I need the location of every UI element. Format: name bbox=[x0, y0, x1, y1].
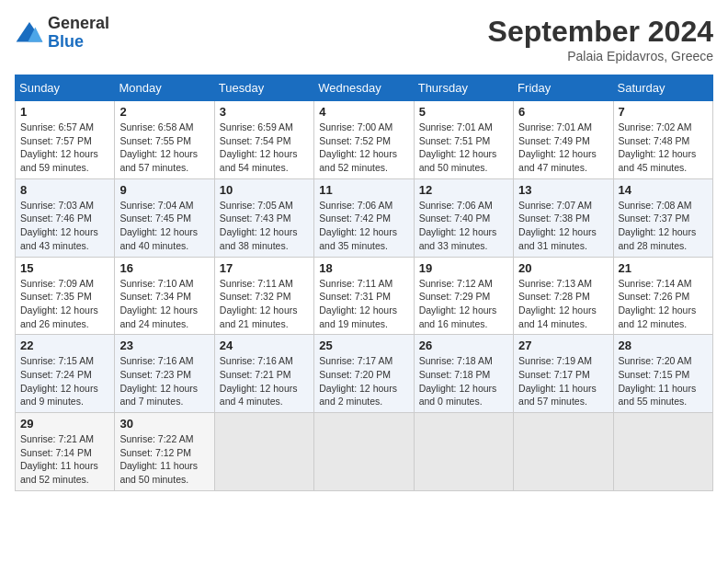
calendar-cell: 6 Sunrise: 7:01 AM Sunset: 7:49 PM Dayli… bbox=[514, 101, 613, 179]
calendar-cell: 27 Sunrise: 7:19 AM Sunset: 7:17 PM Dayl… bbox=[514, 335, 613, 413]
calendar-week-row: 8 Sunrise: 7:03 AM Sunset: 7:46 PM Dayli… bbox=[16, 178, 713, 257]
calendar-cell: 11 Sunrise: 7:06 AM Sunset: 7:42 PM Dayl… bbox=[314, 178, 414, 257]
day-number: 21 bbox=[619, 261, 708, 275]
day-info: Sunrise: 7:12 AM Sunset: 7:29 PM Dayligh… bbox=[419, 277, 508, 331]
day-number: 28 bbox=[619, 339, 708, 352]
day-number: 4 bbox=[319, 105, 408, 119]
calendar-cell: 29 Sunrise: 7:21 AM Sunset: 7:14 PM Dayl… bbox=[16, 413, 115, 491]
day-number: 6 bbox=[518, 105, 608, 119]
calendar-cell: 8 Sunrise: 7:03 AM Sunset: 7:46 PM Dayli… bbox=[16, 178, 115, 257]
calendar-cell: 1 Sunrise: 6:57 AM Sunset: 7:57 PM Dayli… bbox=[16, 101, 115, 179]
day-number: 20 bbox=[518, 261, 608, 275]
calendar-cell: 28 Sunrise: 7:20 AM Sunset: 7:15 PM Dayl… bbox=[613, 335, 712, 413]
calendar-cell: 18 Sunrise: 7:11 AM Sunset: 7:31 PM Dayl… bbox=[314, 257, 414, 335]
day-info: Sunrise: 7:17 AM Sunset: 7:20 PM Dayligh… bbox=[319, 354, 408, 408]
day-info: Sunrise: 6:59 AM Sunset: 7:54 PM Dayligh… bbox=[220, 121, 309, 175]
day-info: Sunrise: 7:09 AM Sunset: 7:35 PM Dayligh… bbox=[20, 277, 109, 331]
col-monday: Monday bbox=[115, 75, 214, 101]
day-number: 12 bbox=[419, 183, 508, 197]
location-subtitle: Palaia Epidavros, Greece bbox=[488, 49, 713, 63]
day-info: Sunrise: 7:08 AM Sunset: 7:37 PM Dayligh… bbox=[619, 199, 708, 253]
day-number: 3 bbox=[220, 105, 309, 119]
logo-text: General Blue bbox=[48, 15, 109, 52]
calendar-cell: 17 Sunrise: 7:11 AM Sunset: 7:32 PM Dayl… bbox=[214, 257, 313, 335]
col-wednesday: Wednesday bbox=[314, 75, 414, 101]
calendar-week-row: 29 Sunrise: 7:21 AM Sunset: 7:14 PM Dayl… bbox=[16, 413, 713, 491]
calendar-cell bbox=[514, 413, 613, 491]
calendar-cell: 2 Sunrise: 6:58 AM Sunset: 7:55 PM Dayli… bbox=[115, 101, 214, 179]
day-info: Sunrise: 7:13 AM Sunset: 7:28 PM Dayligh… bbox=[518, 277, 608, 331]
day-info: Sunrise: 7:15 AM Sunset: 7:24 PM Dayligh… bbox=[20, 354, 109, 408]
calendar-cell bbox=[414, 413, 513, 491]
day-number: 14 bbox=[619, 183, 708, 197]
calendar-cell: 12 Sunrise: 7:06 AM Sunset: 7:40 PM Dayl… bbox=[414, 178, 513, 257]
day-info: Sunrise: 7:18 AM Sunset: 7:18 PM Dayligh… bbox=[419, 354, 508, 408]
day-number: 19 bbox=[419, 261, 508, 275]
col-sunday: Sunday bbox=[16, 75, 115, 101]
day-info: Sunrise: 7:01 AM Sunset: 7:51 PM Dayligh… bbox=[419, 121, 508, 175]
day-number: 23 bbox=[119, 339, 209, 352]
day-number: 16 bbox=[119, 261, 209, 275]
calendar-cell: 9 Sunrise: 7:04 AM Sunset: 7:45 PM Dayli… bbox=[115, 178, 214, 257]
day-info: Sunrise: 7:05 AM Sunset: 7:43 PM Dayligh… bbox=[220, 199, 309, 253]
day-info: Sunrise: 7:01 AM Sunset: 7:49 PM Dayligh… bbox=[518, 121, 608, 175]
calendar-cell: 3 Sunrise: 6:59 AM Sunset: 7:54 PM Dayli… bbox=[214, 101, 313, 179]
calendar-cell: 10 Sunrise: 7:05 AM Sunset: 7:43 PM Dayl… bbox=[214, 178, 313, 257]
calendar-cell: 24 Sunrise: 7:16 AM Sunset: 7:21 PM Dayl… bbox=[214, 335, 313, 413]
calendar-week-row: 22 Sunrise: 7:15 AM Sunset: 7:24 PM Dayl… bbox=[16, 335, 713, 413]
day-number: 18 bbox=[319, 261, 408, 275]
calendar-cell: 26 Sunrise: 7:18 AM Sunset: 7:18 PM Dayl… bbox=[414, 335, 513, 413]
day-info: Sunrise: 6:58 AM Sunset: 7:55 PM Dayligh… bbox=[119, 121, 209, 175]
calendar-cell: 4 Sunrise: 7:00 AM Sunset: 7:52 PM Dayli… bbox=[314, 101, 414, 179]
calendar-cell: 7 Sunrise: 7:02 AM Sunset: 7:48 PM Dayli… bbox=[613, 101, 712, 179]
calendar-week-row: 1 Sunrise: 6:57 AM Sunset: 7:57 PM Dayli… bbox=[16, 101, 713, 179]
calendar-week-row: 15 Sunrise: 7:09 AM Sunset: 7:35 PM Dayl… bbox=[16, 257, 713, 335]
calendar-cell: 21 Sunrise: 7:14 AM Sunset: 7:26 PM Dayl… bbox=[613, 257, 712, 335]
day-number: 25 bbox=[319, 339, 408, 352]
day-info: Sunrise: 7:04 AM Sunset: 7:45 PM Dayligh… bbox=[119, 199, 209, 253]
day-number: 11 bbox=[319, 183, 408, 197]
day-info: Sunrise: 7:20 AM Sunset: 7:15 PM Dayligh… bbox=[619, 354, 708, 408]
day-info: Sunrise: 7:14 AM Sunset: 7:26 PM Dayligh… bbox=[619, 277, 708, 331]
day-info: Sunrise: 7:16 AM Sunset: 7:23 PM Dayligh… bbox=[119, 354, 209, 408]
calendar-cell: 13 Sunrise: 7:07 AM Sunset: 7:38 PM Dayl… bbox=[514, 178, 613, 257]
day-info: Sunrise: 7:03 AM Sunset: 7:46 PM Dayligh… bbox=[20, 199, 109, 253]
calendar-cell: 15 Sunrise: 7:09 AM Sunset: 7:35 PM Dayl… bbox=[16, 257, 115, 335]
title-area: September 2024 Palaia Epidavros, Greece bbox=[488, 15, 713, 63]
col-saturday: Saturday bbox=[613, 75, 712, 101]
day-number: 8 bbox=[20, 183, 109, 197]
calendar-cell: 14 Sunrise: 7:08 AM Sunset: 7:37 PM Dayl… bbox=[613, 178, 712, 257]
calendar-cell: 23 Sunrise: 7:16 AM Sunset: 7:23 PM Dayl… bbox=[115, 335, 214, 413]
calendar-cell bbox=[613, 413, 712, 491]
col-tuesday: Tuesday bbox=[214, 75, 313, 101]
day-number: 17 bbox=[220, 261, 309, 275]
calendar-cell: 5 Sunrise: 7:01 AM Sunset: 7:51 PM Dayli… bbox=[414, 101, 513, 179]
col-friday: Friday bbox=[514, 75, 613, 101]
day-number: 7 bbox=[619, 105, 708, 119]
day-number: 30 bbox=[119, 417, 209, 431]
day-info: Sunrise: 7:21 AM Sunset: 7:14 PM Dayligh… bbox=[20, 432, 109, 487]
day-info: Sunrise: 7:06 AM Sunset: 7:40 PM Dayligh… bbox=[419, 199, 508, 253]
calendar-cell: 25 Sunrise: 7:17 AM Sunset: 7:20 PM Dayl… bbox=[314, 335, 414, 413]
day-number: 9 bbox=[119, 183, 209, 197]
calendar-table: Sunday Monday Tuesday Wednesday Thursday… bbox=[15, 75, 713, 491]
day-info: Sunrise: 7:02 AM Sunset: 7:48 PM Dayligh… bbox=[619, 121, 708, 175]
day-number: 10 bbox=[220, 183, 309, 197]
calendar-cell: 22 Sunrise: 7:15 AM Sunset: 7:24 PM Dayl… bbox=[16, 335, 115, 413]
day-number: 26 bbox=[419, 339, 508, 352]
logo-general: General bbox=[48, 14, 109, 32]
calendar-cell: 20 Sunrise: 7:13 AM Sunset: 7:28 PM Dayl… bbox=[514, 257, 613, 335]
day-number: 1 bbox=[20, 105, 109, 119]
day-number: 27 bbox=[518, 339, 608, 352]
day-number: 13 bbox=[518, 183, 608, 197]
day-number: 15 bbox=[20, 261, 109, 275]
day-info: Sunrise: 7:22 AM Sunset: 7:12 PM Dayligh… bbox=[119, 432, 209, 487]
logo-blue: Blue bbox=[48, 32, 84, 51]
day-info: Sunrise: 7:06 AM Sunset: 7:42 PM Dayligh… bbox=[319, 199, 408, 253]
logo-icon bbox=[15, 18, 44, 48]
calendar-header-row: Sunday Monday Tuesday Wednesday Thursday… bbox=[16, 75, 713, 101]
day-info: Sunrise: 7:00 AM Sunset: 7:52 PM Dayligh… bbox=[319, 121, 408, 175]
logo: General Blue bbox=[15, 15, 109, 52]
day-info: Sunrise: 7:16 AM Sunset: 7:21 PM Dayligh… bbox=[220, 354, 309, 408]
calendar-cell bbox=[214, 413, 313, 491]
